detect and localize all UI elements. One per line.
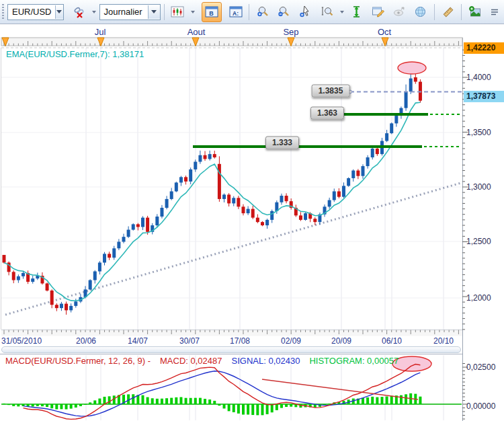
- cursor-zoom-button[interactable]: [296, 2, 316, 22]
- zoom-out-icon: [278, 5, 290, 18]
- date-label: 20/06: [76, 336, 96, 346]
- ellipse-annotation[interactable]: [398, 62, 426, 74]
- ask-window-icon: A:: [229, 6, 243, 17]
- month-label: Jul: [95, 27, 106, 37]
- bid-window-button[interactable]: B: [202, 2, 222, 22]
- macd-trendline-annotation[interactable]: [262, 379, 418, 399]
- date-label: 31/05/2010: [1, 336, 42, 346]
- macd-signal-label: SIGNAL: 0,02430: [232, 356, 300, 366]
- ask-window-button[interactable]: A:: [226, 2, 246, 22]
- svg-text:B: B: [209, 10, 214, 17]
- symbol-value: EUR/USD: [8, 7, 55, 17]
- globe-button[interactable]: [411, 2, 431, 22]
- candles-layer: [3, 67, 422, 315]
- toolbar-grip[interactable]: [2, 4, 4, 20]
- fit-vertical-button[interactable]: [347, 2, 367, 22]
- macd-signal-line: [24, 371, 421, 416]
- zoom-in-icon: [257, 5, 269, 18]
- level-label-1.333[interactable]: 1.333: [265, 137, 299, 149]
- symbol-dropdown-button[interactable]: [55, 5, 63, 19]
- chevron-down-icon: [151, 10, 157, 13]
- price-axis-label: 1,3000: [466, 182, 491, 192]
- ruler-button[interactable]: [438, 2, 458, 22]
- price-axis-label: 1,2000: [466, 293, 491, 303]
- date-label: 30/07: [179, 336, 200, 346]
- price-tag-high: 1,42220: [464, 42, 504, 54]
- level-label-1.3835[interactable]: 1.3835: [312, 85, 350, 98]
- price-axis-label: 1,4000: [466, 73, 491, 82]
- period-combobox[interactable]: Journalier: [99, 4, 161, 20]
- macd-axis-label: 0,02500: [466, 362, 495, 372]
- month-label: Sep: [283, 27, 298, 37]
- eye-button[interactable]: [389, 2, 409, 22]
- ruler-icon: [442, 5, 455, 19]
- date-label: 20/09: [331, 336, 351, 346]
- date-label: 06/10: [382, 336, 402, 346]
- symbol-combobox[interactable]: EUR/USD: [7, 4, 64, 20]
- chart-type-icon: [171, 6, 184, 18]
- chart-type-button[interactable]: [168, 2, 188, 22]
- horizontal-scrollbar[interactable]: [1, 346, 461, 353]
- macd-histogram-label: HISTOGRAM: 0,00057: [309, 356, 398, 366]
- eye-icon: [392, 6, 406, 17]
- zoom-select-button[interactable]: [317, 2, 337, 22]
- snapshot-button[interactable]: [465, 2, 485, 22]
- toolbar-separator: [164, 4, 165, 20]
- toolbar-separator: [434, 4, 435, 20]
- more-icon: [491, 8, 499, 16]
- zoom-in-button[interactable]: [253, 2, 273, 22]
- chart-type-dropdown[interactable]: [189, 3, 196, 22]
- chevron-down-icon: [340, 11, 344, 13]
- ema-indicator-label: EMA(EUR/USD.Fermer,7): 1,38171: [6, 49, 144, 59]
- zoom-out-button[interactable]: [274, 2, 294, 22]
- price-axis-label: 1,3500: [466, 128, 491, 137]
- zoom-select-dropdown[interactable]: [338, 3, 345, 22]
- period-value: Journalier: [100, 7, 147, 17]
- edit-window-button[interactable]: [368, 2, 388, 22]
- month-label: Aout: [187, 27, 206, 37]
- cursor-zoom-icon: [299, 5, 312, 18]
- broken-link-button[interactable]: [69, 2, 89, 22]
- broken-link-dropdown[interactable]: [91, 3, 98, 22]
- edit-window-icon: [372, 5, 385, 18]
- macd-formula-label: MACD(EUR/USD.Fermer, 12, 26, 9) -: [5, 356, 151, 366]
- date-label: 20/10: [433, 336, 454, 346]
- globe-icon: [414, 5, 427, 18]
- macd-header: MACD(EUR/USD.Fermer, 12, 26, 9) - MACD: …: [5, 356, 398, 366]
- more-button[interactable]: [487, 2, 503, 22]
- macd-axis-label: 0,00000: [466, 401, 495, 411]
- toolbar-separator: [461, 4, 462, 20]
- svg-text:A:: A:: [233, 10, 239, 17]
- price-axis-label: 1,2500: [466, 237, 491, 246]
- date-label: 14/07: [128, 336, 148, 346]
- macd-value-label: MACD: 0,02487: [160, 356, 222, 366]
- chevron-down-icon: [92, 11, 96, 13]
- period-dropdown-button[interactable]: [148, 5, 160, 19]
- trading-app-window: { "toolbar": { "symbol": "EUR/USD", "per…: [0, 0, 504, 421]
- current-price-tag: 1,37873: [464, 91, 504, 102]
- toolbar-separator: [249, 4, 249, 20]
- month-label: Oct: [378, 27, 391, 37]
- chevron-down-icon: [191, 11, 195, 13]
- zoom-select-icon: [321, 5, 333, 18]
- broken-link-icon: [73, 6, 85, 18]
- bid-window-icon: B: [205, 6, 218, 17]
- snapshot-icon: [468, 5, 482, 18]
- chevron-down-icon: [56, 10, 62, 13]
- level-label-1.363[interactable]: 1.363: [310, 107, 344, 120]
- date-label: 17/08: [230, 336, 250, 346]
- date-label: 02/09: [281, 336, 301, 346]
- fit-vertical-icon: [351, 5, 362, 18]
- toolbar: EUR/USD Journalier B: [0, 0, 504, 24]
